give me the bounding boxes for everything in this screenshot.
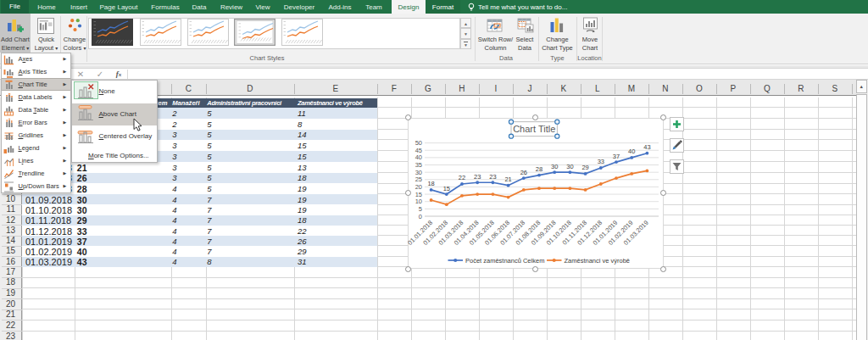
svg-text:Chart Title: Chart Title <box>513 124 555 134</box>
svg-text:Počet zaměstnanců Celkem: Počet zaměstnanců Celkem <box>465 256 544 264</box>
svg-text:30: 30 <box>566 162 573 170</box>
svg-text:20: 20 <box>415 183 422 191</box>
svg-text:23: 23 <box>489 172 496 180</box>
svg-text:15: 15 <box>415 190 422 198</box>
svg-text:50: 50 <box>415 139 422 147</box>
svg-text:10: 10 <box>415 198 422 205</box>
svg-text:40: 40 <box>628 148 635 155</box>
svg-text:Zaměstnanci ve výrobě: Zaměstnanci ve výrobě <box>565 256 631 264</box>
svg-text:37: 37 <box>613 152 620 159</box>
svg-text:26: 26 <box>520 168 527 176</box>
svg-text:15: 15 <box>443 184 450 192</box>
svg-text:21: 21 <box>504 176 511 183</box>
svg-text:18: 18 <box>427 180 434 187</box>
svg-text:45: 45 <box>415 146 422 153</box>
svg-text:43: 43 <box>643 143 650 151</box>
svg-text:25: 25 <box>415 176 422 183</box>
svg-text:22: 22 <box>459 174 465 181</box>
svg-text:0: 0 <box>419 212 422 220</box>
svg-text:35: 35 <box>415 161 422 169</box>
svg-text:23: 23 <box>474 172 481 180</box>
svg-text:33: 33 <box>598 158 604 165</box>
svg-text:30: 30 <box>551 162 558 170</box>
svg-text:5: 5 <box>419 204 422 212</box>
svg-text:30: 30 <box>415 168 422 176</box>
svg-text:40: 40 <box>415 153 422 161</box>
svg-text:29: 29 <box>581 164 588 171</box>
svg-text:28: 28 <box>536 165 542 173</box>
